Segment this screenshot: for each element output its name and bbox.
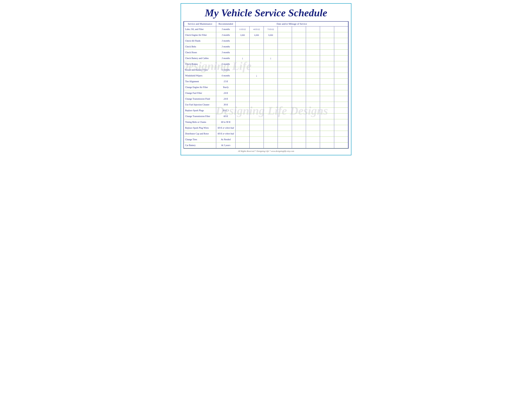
date-cell: ↓	[264, 56, 278, 61]
date-cell	[278, 102, 292, 108]
date-cell	[334, 84, 348, 90]
page-title: My Vehicle Service Schedule	[183, 5, 349, 21]
table-row: Windshield Wipers6 months↓	[184, 73, 348, 79]
date-cell	[306, 61, 320, 67]
table-row: Change Transmission Filter60 K	[184, 113, 348, 119]
date-cell	[278, 96, 292, 102]
date-cell	[320, 113, 334, 119]
date-cell: 1/15/12	[236, 27, 249, 32]
date-cell	[320, 102, 334, 108]
date-cell	[249, 137, 264, 142]
header-dates: Date and/or Mileage of Service	[236, 22, 348, 27]
date-cell	[278, 61, 292, 67]
date-cell	[320, 125, 334, 131]
table-body: Lube, Oil, and Filter3 months1/15/124/15…	[184, 27, 348, 148]
date-cell	[334, 90, 348, 96]
date-cell	[264, 131, 278, 137]
date-cell	[249, 125, 264, 131]
recommended-cell: 60 K	[216, 113, 236, 119]
service-cell: Check Hoses	[184, 50, 216, 56]
date-cell	[292, 90, 306, 96]
date-cell	[320, 79, 334, 84]
date-cell	[292, 79, 306, 84]
table-row: Check Belts3 months	[184, 44, 348, 50]
date-cell	[278, 67, 292, 73]
recommended-cell: 3 months	[216, 27, 236, 32]
date-cell: ↓	[249, 73, 264, 79]
date-cell	[264, 84, 278, 90]
service-cell: Check Belts	[184, 44, 216, 50]
date-cell	[306, 84, 320, 90]
table-row: Change TiresAs Needed	[184, 137, 348, 142]
date-cell	[334, 44, 348, 50]
table-row: Rotate and Balance Tires6 months	[184, 67, 348, 73]
date-cell	[292, 84, 306, 90]
date-cell	[306, 90, 320, 96]
date-cell	[264, 44, 278, 50]
date-cell	[334, 142, 348, 148]
recommended-cell: 6 months	[216, 73, 236, 79]
date-cell	[278, 119, 292, 125]
date-cell	[320, 50, 334, 56]
date-cell	[278, 56, 292, 61]
recommended-cell: 15 K	[216, 79, 236, 84]
service-cell: Check Battery and Cables	[184, 56, 216, 61]
date-cell	[320, 61, 334, 67]
date-cell	[264, 67, 278, 73]
date-cell	[236, 96, 249, 102]
date-cell	[306, 102, 320, 108]
date-cell	[249, 131, 264, 137]
service-cell: Windshield Wipers	[184, 73, 216, 79]
service-cell: Change Tires	[184, 137, 216, 142]
table-row: Check Engine Air Filter3 months3,0006,00…	[184, 32, 348, 38]
header-recommended: Recommended	[216, 22, 236, 27]
date-cell	[306, 142, 320, 148]
date-cell	[236, 125, 249, 131]
date-cell	[306, 44, 320, 50]
recommended-cell: 60 K or when bad	[216, 131, 236, 137]
date-cell	[320, 108, 334, 113]
recommended-cell: 24 K	[216, 90, 236, 96]
table-row: Replace Spark Plug Wires60 K or when bad	[184, 125, 348, 131]
date-cell: 3,000	[236, 32, 249, 38]
date-cell: 6,000	[249, 32, 264, 38]
date-cell	[320, 119, 334, 125]
date-cell	[278, 108, 292, 113]
date-cell	[334, 125, 348, 131]
date-cell	[320, 84, 334, 90]
date-cell	[249, 50, 264, 56]
date-cell	[292, 119, 306, 125]
date-cell	[320, 137, 334, 142]
table-row: Distributor Cap and Rotor60 K or when ba…	[184, 131, 348, 137]
date-cell	[278, 79, 292, 84]
recommended-cell: 60 to 90 K	[216, 119, 236, 125]
date-cell	[306, 56, 320, 61]
table-row: Change Engine Air FilterYearly	[184, 84, 348, 90]
date-cell	[236, 38, 249, 44]
date-cell	[292, 102, 306, 108]
date-cell	[278, 44, 292, 50]
table-row: Replace Spark Plugs30 K <	[184, 108, 348, 113]
date-cell	[292, 96, 306, 102]
date-cell	[306, 79, 320, 84]
date-cell	[292, 56, 306, 61]
date-cell	[278, 32, 292, 38]
date-cell	[292, 44, 306, 50]
date-cell	[334, 50, 348, 56]
date-cell	[236, 73, 249, 79]
date-cell	[306, 119, 320, 125]
date-cell	[306, 131, 320, 137]
date-cell	[264, 119, 278, 125]
date-cell	[334, 32, 348, 38]
service-cell: Timing Belts or Chains	[184, 119, 216, 125]
date-cell	[264, 108, 278, 113]
date-cell	[278, 38, 292, 44]
recommended-cell: 3 months	[216, 50, 236, 56]
date-cell	[236, 113, 249, 119]
date-cell	[236, 44, 249, 50]
date-cell	[334, 113, 348, 119]
table-row: Check All Fluids3 months	[184, 38, 348, 44]
date-cell	[278, 137, 292, 142]
date-cell	[320, 142, 334, 148]
date-cell	[306, 38, 320, 44]
